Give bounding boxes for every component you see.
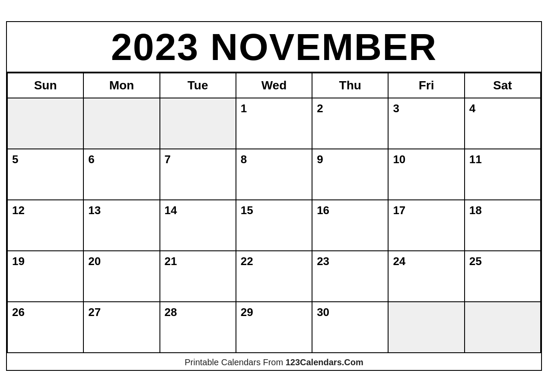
day-header-fri: Fri	[388, 73, 464, 98]
calendar-cell	[83, 98, 159, 149]
calendar-cell: 26	[7, 302, 83, 353]
calendar-cell: 10	[388, 149, 464, 200]
calendar-title: 2023 NOVEMBER	[7, 22, 541, 73]
calendar-cell	[7, 98, 83, 149]
calendar-cell: 4	[465, 98, 541, 149]
calendar-cell: 14	[160, 200, 236, 251]
week-row-1: 1234	[7, 98, 541, 149]
day-header-mon: Mon	[83, 73, 159, 98]
calendar-cell: 2	[312, 98, 388, 149]
day-header-sun: Sun	[7, 73, 83, 98]
calendar-cell: 5	[7, 149, 83, 200]
calendar-grid: SunMonTueWedThuFriSat 123456789101112131…	[7, 73, 541, 353]
calendar-cell: 22	[236, 251, 312, 302]
calendar-cell	[160, 98, 236, 149]
calendar-cell: 8	[236, 149, 312, 200]
calendar-container: 2023 NOVEMBER SunMonTueWedThuFriSat 1234…	[6, 21, 542, 371]
calendar-cell: 30	[312, 302, 388, 353]
day-header-sat: Sat	[465, 73, 541, 98]
calendar-cell: 9	[312, 149, 388, 200]
day-header-thu: Thu	[312, 73, 388, 98]
calendar-cell: 7	[160, 149, 236, 200]
calendar-cell: 23	[312, 251, 388, 302]
calendar-cell: 17	[388, 200, 464, 251]
week-row-2: 567891011	[7, 149, 541, 200]
calendar-cell: 27	[83, 302, 159, 353]
calendar-cell: 1	[236, 98, 312, 149]
calendar-cell	[388, 302, 464, 353]
week-row-3: 12131415161718	[7, 200, 541, 251]
calendar-cell: 13	[83, 200, 159, 251]
calendar-cell: 21	[160, 251, 236, 302]
footer-text: Printable Calendars From	[185, 357, 285, 367]
calendar-cell: 25	[465, 251, 541, 302]
calendar-cell: 18	[465, 200, 541, 251]
day-header-tue: Tue	[160, 73, 236, 98]
calendar-cell: 16	[312, 200, 388, 251]
footer-brand: 123Calendars.Com	[286, 357, 363, 367]
calendar-cell: 6	[83, 149, 159, 200]
calendar-cell: 11	[465, 149, 541, 200]
calendar-cell	[465, 302, 541, 353]
week-row-4: 19202122232425	[7, 251, 541, 302]
calendar-cell: 12	[7, 200, 83, 251]
week-row-5: 2627282930	[7, 302, 541, 353]
calendar-cell: 19	[7, 251, 83, 302]
calendar-cell: 3	[388, 98, 464, 149]
calendar-cell: 29	[236, 302, 312, 353]
day-header-wed: Wed	[236, 73, 312, 98]
calendar-cell: 15	[236, 200, 312, 251]
calendar-cell: 20	[83, 251, 159, 302]
days-header-row: SunMonTueWedThuFriSat	[7, 73, 541, 98]
calendar-footer: Printable Calendars From 123Calendars.Co…	[7, 353, 541, 370]
calendar-cell: 24	[388, 251, 464, 302]
calendar-cell: 28	[160, 302, 236, 353]
